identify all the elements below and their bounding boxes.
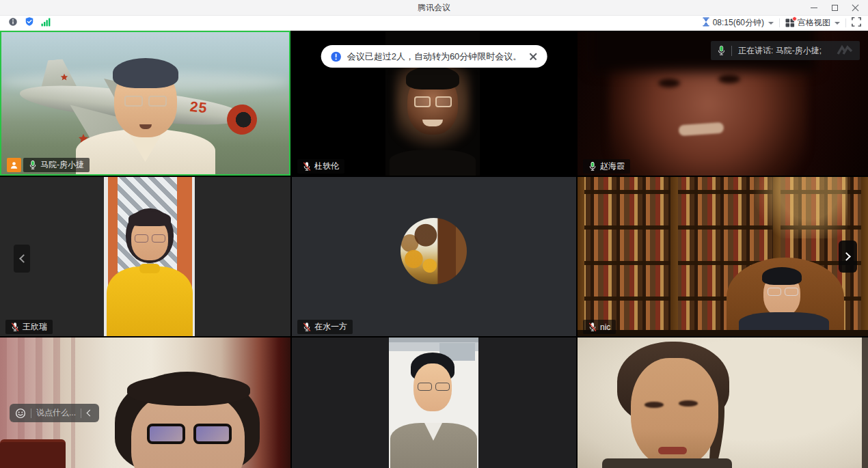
glasses-lens (193, 424, 232, 444)
person-glasses (123, 96, 168, 107)
view-mode-control[interactable]: 宫格视图 (785, 17, 840, 29)
network-signal-icon[interactable] (41, 17, 51, 29)
video-tile-mayuan-fangxiaojie[interactable]: 25 马院-房小捷 (0, 31, 290, 176)
participant-name: nic (600, 322, 610, 332)
participant-label: 赵海霞 (583, 159, 630, 174)
notification-dot (792, 16, 797, 21)
person-glasses (139, 424, 239, 444)
video-tile-bottom-right[interactable] (578, 338, 868, 468)
dark-furniture (0, 439, 66, 468)
glasses-lens (135, 234, 148, 243)
mic-on-icon (29, 160, 37, 170)
toolbar-right: 08:15(60分钟) 宫格视图 (702, 17, 868, 29)
next-page-arrow[interactable] (839, 240, 857, 273)
participant-name: 在水一方 (314, 321, 347, 333)
video-tile-zaishuiyifang[interactable]: 在水一方 (292, 177, 576, 336)
name-pill: 马院-房小捷 (23, 158, 90, 172)
name-pill: 王欣瑞 (5, 320, 53, 334)
lamp-glow (752, 177, 847, 238)
wall-shadow (862, 338, 868, 468)
participant-name: 杜轶伦 (314, 161, 339, 172)
yellow-sweater (107, 266, 193, 336)
name-pill: nic (583, 320, 616, 334)
mic-on-icon (588, 161, 597, 171)
video-tile-bottom-left[interactable] (0, 338, 290, 468)
name-pill: 在水一方 (297, 320, 353, 334)
video-tile-nic[interactable]: nic (578, 177, 868, 336)
sweater-collar (139, 264, 160, 273)
name-pill: 赵海霞 (583, 159, 630, 174)
maximize-icon (832, 5, 838, 11)
speaking-text: 正在讲话: 马院-房小捷; (738, 45, 822, 57)
glasses-lens (768, 288, 781, 296)
toolbar-divider (845, 18, 846, 27)
video-tile-bottom-center[interactable] (292, 338, 576, 468)
glasses-lens (152, 234, 165, 243)
person-hair (113, 58, 178, 88)
meeting-limit-banner: 会议已超过2人，自动转为60分钟限时会议。 (321, 45, 547, 68)
participant-label: nic (583, 320, 616, 334)
grid-view-icon (785, 18, 795, 27)
shelf-pillar (861, 177, 868, 336)
meeting-window: 腾讯会议 08:15(60分钟) (0, 0, 868, 468)
person-glasses (766, 288, 799, 296)
person-shoulders (390, 150, 476, 176)
duration-dropdown-caret-icon (768, 22, 774, 25)
participant-name: 马院-房小捷 (40, 159, 84, 171)
glasses-lens (785, 288, 798, 296)
glasses-lens (147, 424, 185, 444)
meeting-duration-control[interactable]: 08:15(60分钟) (702, 17, 774, 29)
info-icon (331, 51, 342, 62)
window-controls (804, 0, 865, 16)
glasses-lens (418, 383, 432, 391)
watermark-logo-icon (837, 44, 854, 57)
banner-text: 会议已超过2人，自动转为60分钟限时会议。 (347, 51, 522, 63)
eye-shadow (645, 402, 664, 408)
video-grid: 25 马院-房小捷 (0, 31, 868, 468)
person-lips (658, 447, 687, 454)
maximize-button[interactable] (824, 0, 845, 16)
collapse-chat-icon[interactable] (87, 410, 94, 417)
shelf-pillar (670, 177, 678, 336)
glasses-lens (148, 96, 167, 107)
name-pill: 杜轶伦 (297, 159, 344, 174)
emoji-smiley-icon[interactable] (15, 408, 26, 419)
security-shield-icon[interactable] (25, 16, 34, 29)
eye-shadow (658, 79, 680, 87)
chevron-right-icon (842, 252, 851, 261)
toolbar-divider (779, 18, 780, 27)
person-bangs (127, 376, 250, 406)
host-badge-icon (7, 158, 21, 172)
fullscreen-button[interactable] (852, 17, 861, 29)
toolbar-left (0, 16, 51, 29)
banner-close-button[interactable] (528, 52, 537, 61)
video-tile-wangxinrui[interactable]: 王欣瑞 (0, 177, 290, 336)
speaking-mic-icon (711, 45, 731, 56)
previous-page-arrow[interactable] (14, 245, 30, 273)
chat-divider (31, 409, 31, 418)
participant-label: 马院-房小捷 (7, 158, 90, 172)
chat-quick-input[interactable]: 说点什么... (10, 404, 99, 422)
video-column (104, 177, 195, 336)
close-icon (852, 4, 859, 12)
glasses-lens (435, 383, 450, 391)
minimize-button[interactable] (804, 0, 824, 16)
meeting-toolbar: 08:15(60分钟) 宫格视图 (0, 16, 868, 31)
eye-shadow (718, 74, 740, 83)
mic-muted-icon (303, 161, 311, 171)
avatar (401, 218, 467, 284)
glasses-lens (124, 96, 143, 107)
titlebar: 腾讯会议 (0, 0, 868, 16)
eye-shadow (679, 400, 698, 407)
glasses-lens (414, 96, 431, 107)
chat-placeholder[interactable]: 说点什么... (36, 407, 76, 419)
participant-name: 赵海霞 (600, 161, 625, 172)
close-button[interactable] (845, 0, 865, 16)
red-star-icon (60, 73, 68, 81)
mic-muted-icon (11, 322, 19, 332)
glasses-lens (435, 96, 452, 107)
person-glasses (411, 96, 454, 107)
person-bangs (128, 211, 171, 226)
mic-muted-icon (303, 322, 311, 332)
meeting-info-icon[interactable] (8, 17, 18, 29)
